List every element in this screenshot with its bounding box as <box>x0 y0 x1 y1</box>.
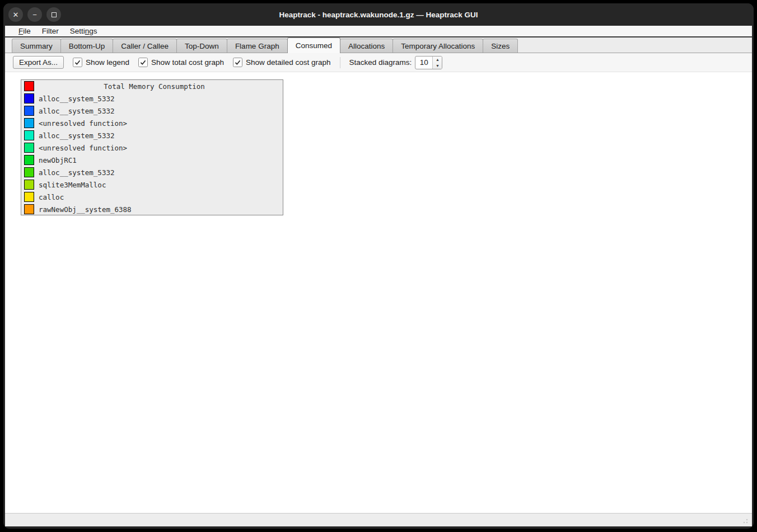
status-bar <box>5 513 752 526</box>
legend-label: calloc <box>39 193 64 201</box>
checkbox-box[interactable] <box>233 58 242 67</box>
legend-row: alloc__system_5332 <box>21 129 283 142</box>
chart-area: Total Memory Consumptionalloc__system_53… <box>5 72 752 513</box>
legend-row: <unresolved function> <box>21 142 283 154</box>
legend-label: alloc__system_5332 <box>39 131 114 140</box>
legend-swatch-icon <box>24 143 34 153</box>
legend-label: Total Memory Consumption <box>26 82 283 91</box>
checkbox-show-total-cost-graph[interactable]: Show total cost graph <box>138 58 224 67</box>
legend-label: alloc__system_5332 <box>39 107 114 115</box>
legend-swatch-icon <box>24 167 34 177</box>
legend-swatch-icon <box>24 106 34 116</box>
legend-row: calloc <box>21 191 283 203</box>
legend-label: sqlite3MemMalloc <box>39 181 106 189</box>
tab-bar: SummaryBottom-UpCaller / CalleeTop-DownF… <box>5 37 752 53</box>
legend-swatch-icon <box>24 130 34 140</box>
legend-swatch-icon <box>24 155 34 165</box>
chart-legend: Total Memory Consumptionalloc__system_53… <box>21 79 283 215</box>
resize-grip-icon[interactable] <box>741 516 749 524</box>
tab-summary[interactable]: Summary <box>12 39 61 53</box>
tab-flame-graph[interactable]: Flame Graph <box>227 39 288 53</box>
export-as-button[interactable]: Export As... <box>13 56 64 69</box>
stacked-diagrams-label: Stacked diagrams: <box>349 58 412 67</box>
legend-swatch-icon <box>24 204 34 214</box>
tab-top-down[interactable]: Top-Down <box>176 39 227 53</box>
legend-row: alloc__system_5332 <box>21 166 283 178</box>
legend-row: Total Memory Consumption <box>21 80 283 92</box>
spinner-up-icon[interactable]: ▲ <box>433 57 442 63</box>
legend-row: newObjRC1 <box>21 154 283 166</box>
tab-consumed[interactable]: Consumed <box>287 37 340 53</box>
menu-item-file[interactable]: File <box>13 26 36 36</box>
stacked-diagrams-value[interactable]: 10 <box>415 57 432 69</box>
checkbox-box[interactable] <box>138 58 148 67</box>
tab-allocations[interactable]: Allocations <box>340 39 393 53</box>
title-bar[interactable]: ✕ − Heaptrack - heaptrack.wakunode.1.gz … <box>3 3 754 26</box>
legend-row: rawNewObj__system_6388 <box>21 203 283 215</box>
menu-item-settings[interactable]: Settings <box>64 26 103 36</box>
legend-swatch-icon <box>24 180 34 190</box>
tab-sizes[interactable]: Sizes <box>483 39 518 53</box>
checkbox-label: Show detailed cost graph <box>246 58 331 67</box>
window-title: Heaptrack - heaptrack.wakunode.1.gz — He… <box>3 3 754 26</box>
legend-label: <unresolved function> <box>39 144 127 152</box>
legend-row: sqlite3MemMalloc <box>21 178 283 191</box>
app-window: ✕ − Heaptrack - heaptrack.wakunode.1.gz … <box>3 3 754 529</box>
menu-item-filter[interactable]: Filter <box>36 26 64 36</box>
tab-caller-callee[interactable]: Caller / Callee <box>113 39 177 53</box>
legend-swatch-icon <box>24 118 34 128</box>
legend-label: <unresolved function> <box>39 119 127 128</box>
legend-label: alloc__system_5332 <box>39 168 114 177</box>
legend-swatch-icon <box>24 192 34 202</box>
tab-bottom-up[interactable]: Bottom-Up <box>60 39 114 53</box>
legend-label: rawNewObj__system_6388 <box>39 205 132 214</box>
legend-swatch-icon <box>24 93 34 103</box>
legend-row: alloc__system_5332 <box>21 92 283 105</box>
checkbox-label: Show legend <box>86 58 129 67</box>
legend-row: alloc__system_5332 <box>21 105 283 117</box>
stacked-diagrams-spinner[interactable]: 10 ▲ ▼ <box>415 56 442 69</box>
toolbar: Export As... Show legendShow total cost … <box>5 53 752 72</box>
legend-label: newObjRC1 <box>39 156 77 164</box>
legend-row: <unresolved function> <box>21 117 283 129</box>
legend-label: alloc__system_5332 <box>39 95 114 103</box>
menu-bar: FileFilterSettings <box>5 26 752 37</box>
tab-temporary-allocations[interactable]: Temporary Allocations <box>392 39 483 53</box>
spinner-down-icon[interactable]: ▼ <box>433 63 442 69</box>
toolbar-separator <box>340 57 340 68</box>
checkbox-label: Show total cost graph <box>151 58 224 67</box>
checkbox-show-detailed-cost-graph[interactable]: Show detailed cost graph <box>233 58 331 67</box>
checkbox-box[interactable] <box>73 58 82 67</box>
checkbox-show-legend[interactable]: Show legend <box>73 58 129 67</box>
